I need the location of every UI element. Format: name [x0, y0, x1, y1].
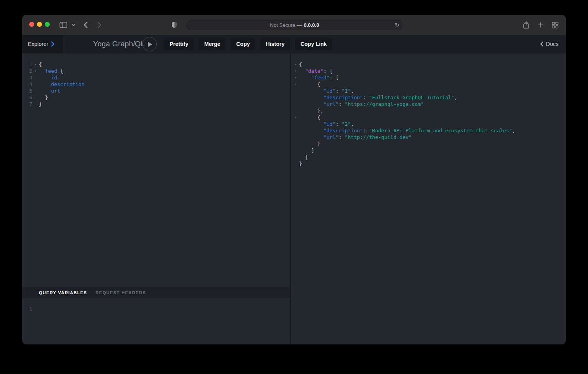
code-line: "description": "Fullstack GraphQL Tutori… — [292, 94, 566, 101]
code-text: } — [39, 101, 42, 107]
code-text: }, — [299, 107, 324, 114]
fold-spacer — [292, 140, 299, 147]
code-line: ▾ { — [292, 81, 566, 88]
copy-link-button[interactable]: Copy Link — [295, 39, 332, 50]
code-text: "description": "Fullstack GraphQL Tutori… — [299, 94, 457, 101]
fold-spacer — [292, 101, 299, 107]
secondary-editor-tabbar: QUERY VARIABLES REQUEST HEADERS — [22, 287, 290, 298]
minimize-window-button[interactable] — [37, 22, 42, 27]
fold-spacer — [32, 81, 39, 88]
history-button[interactable]: History — [260, 39, 290, 50]
code-line: } — [292, 140, 566, 147]
code-text: "id": "1", — [299, 88, 354, 94]
tab-request-headers[interactable]: REQUEST HEADERS — [96, 290, 146, 295]
close-window-button[interactable] — [29, 22, 34, 27]
prettify-button[interactable]: Prettify — [164, 39, 194, 50]
fold-spacer — [292, 127, 299, 134]
sidebar-toggle-button[interactable] — [60, 20, 67, 30]
privacy-report-button[interactable] — [172, 20, 177, 30]
code-line: "url": "http://the-guild.dev" — [292, 134, 566, 140]
browser-window: Not Secure — 0.0.0.0 ↻ — [22, 15, 566, 344]
code-line: ▾ "data": { — [292, 68, 566, 74]
query-editor[interactable]: 1▾{2▾ feed {3 id4 description5 url6 }7} — [22, 53, 290, 287]
code-text: { — [299, 81, 320, 88]
fold-spacer — [292, 160, 299, 167]
chevron-left-icon — [84, 21, 88, 28]
sidebar-dropdown-button[interactable] — [72, 20, 75, 30]
line-number: 7 — [22, 101, 32, 107]
main-area: 1▾{2▾ feed {3 id4 description5 url6 }7} … — [22, 53, 566, 344]
code-text: ] — [299, 147, 314, 154]
code-text: "feed": [ — [299, 74, 339, 81]
reload-icon[interactable]: ↻ — [395, 22, 399, 28]
shield-icon — [172, 21, 177, 28]
code-text: } — [299, 160, 302, 167]
fold-arrow-icon[interactable]: ▾ — [292, 74, 299, 81]
chevron-right-icon — [97, 21, 102, 28]
code-line: 1▾{ — [22, 61, 290, 68]
code-line: 2▾ feed { — [22, 68, 290, 74]
code-line: "description": "Modern API Platform and … — [292, 127, 566, 134]
code-line: ▾{ — [292, 61, 566, 68]
code-line: "id": "2", — [292, 121, 566, 127]
fold-arrow-icon[interactable]: ▾ — [292, 114, 299, 121]
line-number: 1 — [22, 61, 32, 68]
code-text: description — [39, 81, 84, 88]
fold-arrow-icon[interactable]: ▾ — [292, 61, 299, 68]
play-icon — [147, 41, 152, 47]
zoom-window-button[interactable] — [45, 22, 50, 27]
back-button[interactable] — [84, 20, 88, 30]
merge-button[interactable]: Merge — [199, 39, 226, 50]
code-line: 6 } — [22, 94, 290, 101]
toolbar-buttons: Prettify Merge Copy History Copy Link — [164, 39, 332, 50]
line-number: 1 — [22, 306, 32, 313]
fold-spacer — [292, 154, 299, 160]
code-line: } — [292, 154, 566, 160]
fold-arrow-icon[interactable]: ▾ — [292, 81, 299, 88]
code-line: ▾ "feed": [ — [292, 74, 566, 81]
left-column: 1▾{2▾ feed {3 id4 description5 url6 }7} … — [22, 53, 291, 344]
forward-button[interactable] — [97, 20, 102, 30]
sidebar-icon — [60, 22, 67, 28]
fold-arrow-icon[interactable]: ▾ — [292, 68, 299, 74]
new-tab-button[interactable] — [537, 20, 544, 30]
execute-query-button[interactable] — [142, 37, 157, 51]
graphiql-toolbar: Explorer Yoga GraphiQL Prettify Merge Co… — [22, 35, 566, 53]
fold-spacer — [32, 101, 39, 107]
address-bar[interactable]: Not Secure — 0.0.0.0 ↻ — [186, 20, 403, 30]
fold-arrow-icon[interactable]: ▾ — [32, 68, 39, 74]
copy-button[interactable]: Copy — [231, 39, 255, 50]
tab-query-variables[interactable]: QUERY VARIABLES — [39, 290, 87, 295]
code-text: url — [39, 88, 60, 94]
code-line: ] — [292, 147, 566, 154]
toolbar-separator — [70, 21, 70, 28]
fold-spacer — [292, 134, 299, 140]
code-text: } — [299, 154, 308, 160]
line-number: 2 — [22, 68, 32, 74]
code-text: "data": { — [299, 68, 332, 74]
explorer-toggle[interactable]: Explorer — [22, 35, 63, 53]
docs-toggle[interactable]: Docs — [540, 41, 558, 47]
explorer-label: Explorer — [28, 41, 48, 47]
fold-spacer — [292, 88, 299, 94]
chevron-right-icon — [51, 41, 54, 47]
code-line: ▾ { — [292, 114, 566, 121]
chevron-down-icon — [72, 24, 75, 26]
tab-overview-button[interactable] — [552, 20, 558, 30]
fold-spacer — [292, 94, 299, 101]
query-variables-editor[interactable]: 1 — [22, 298, 290, 344]
code-text: } — [39, 94, 48, 101]
fold-arrow-icon[interactable]: ▾ — [32, 61, 39, 68]
code-text: } — [299, 140, 320, 147]
fold-spacer — [32, 88, 39, 94]
code-text: id — [39, 74, 57, 81]
code-line: 3 id — [22, 74, 290, 81]
share-button[interactable] — [523, 20, 529, 30]
fold-spacer — [32, 94, 39, 101]
docs-label: Docs — [546, 41, 558, 47]
chevron-left-icon — [540, 41, 544, 47]
code-line: } — [292, 160, 566, 167]
code-text: { — [39, 61, 42, 68]
code-line: 7} — [22, 101, 290, 107]
result-viewer: ▾{▾ "data": {▾ "feed": [▾ { "id": "1", "… — [291, 53, 566, 344]
